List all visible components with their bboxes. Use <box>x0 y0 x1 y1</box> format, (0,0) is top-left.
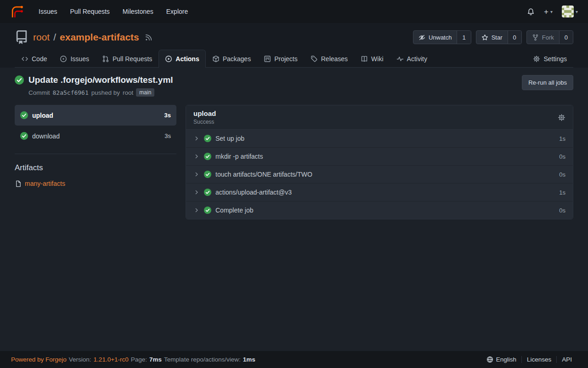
step-row-complete-job[interactable]: Complete job 0s <box>186 201 573 219</box>
step-duration: 0s <box>559 153 565 160</box>
check-circle-icon <box>20 111 28 119</box>
api-link[interactable]: API <box>556 356 577 363</box>
job-row-upload[interactable]: upload 3s <box>15 105 176 126</box>
check-circle-icon <box>20 132 28 140</box>
watch-button-group: Unwatch 1 <box>413 30 471 44</box>
step-row-set-up-job[interactable]: Set up job 1s <box>186 130 573 147</box>
rerun-all-jobs-button[interactable]: Re-run all jobs <box>522 75 573 90</box>
detail-job-name: upload <box>193 109 216 117</box>
breadcrumb-separator: / <box>53 32 56 43</box>
nav-issues[interactable]: Issues <box>32 4 63 19</box>
file-icon <box>15 180 22 187</box>
step-duration: 1s <box>559 189 565 196</box>
commit-word: Commit <box>28 89 50 96</box>
chevron-right-icon <box>193 135 200 142</box>
globe-icon <box>486 356 493 363</box>
fork-count[interactable]: 0 <box>559 31 573 44</box>
create-new-menu[interactable]: + ▾ <box>544 8 553 16</box>
artifact-link-many-artifacts[interactable]: many-artifacts <box>15 180 176 187</box>
main-content: Update .forgejo/workflows/test.yml Commi… <box>0 68 588 351</box>
fork-button[interactable]: Fork <box>527 31 559 44</box>
tab-label: Pull Requests <box>113 55 152 63</box>
tab-label: Settings <box>543 55 567 63</box>
tab-actions[interactable]: Actions <box>158 50 205 68</box>
artifact-name: many-artifacts <box>25 180 65 187</box>
nav-pull-requests[interactable]: Pull Requests <box>63 4 116 19</box>
tab-activity[interactable]: Activity <box>390 50 434 68</box>
job-name: download <box>32 132 60 140</box>
licenses-link[interactable]: Licenses <box>521 356 556 363</box>
gear-icon[interactable] <box>558 114 565 121</box>
language-selector[interactable]: English <box>481 356 521 363</box>
chevron-right-icon <box>193 189 200 196</box>
step-duration: 1s <box>559 135 565 142</box>
notifications-bell-icon[interactable] <box>527 8 535 16</box>
repo-header: root / example-artifacts Unwatch <box>0 23 588 68</box>
detail-job-status: Success <box>193 119 216 125</box>
tab-label: Code <box>32 55 47 63</box>
step-name: Complete job <box>215 207 254 214</box>
tab-pull-requests[interactable]: Pull Requests <box>96 50 158 68</box>
star-button[interactable]: Star <box>476 31 508 44</box>
powered-by-forgejo-link[interactable]: Powered by Forgejo <box>11 356 67 363</box>
tab-label: Actions <box>175 55 199 63</box>
step-row-mkdir[interactable]: mkdir -p artifacts 0s <box>186 147 573 165</box>
star-count[interactable]: 0 <box>508 31 521 44</box>
check-circle-icon <box>204 153 211 160</box>
step-name: mkdir -p artifacts <box>215 153 263 160</box>
tab-issues[interactable]: Issues <box>53 50 95 68</box>
tab-label: Packages <box>223 55 251 63</box>
footer: Powered by Forgejo Version: 1.21.0+1-rc0… <box>0 351 588 368</box>
tab-label: Releases <box>321 55 348 63</box>
commit-line: Commit 82a5cf6961 pushed by root main <box>28 88 173 97</box>
nav-explore[interactable]: Explore <box>160 4 194 19</box>
tab-projects[interactable]: Projects <box>257 50 304 68</box>
step-row-touch[interactable]: touch artifacts/ONE artifacts/TWO 0s <box>186 165 573 183</box>
tab-settings[interactable]: Settings <box>526 50 573 68</box>
template-label: Template repo/actions/view: <box>164 356 241 363</box>
check-circle-icon <box>204 189 211 196</box>
repo-owner-link[interactable]: root <box>33 32 50 43</box>
plus-icon: + <box>544 8 548 16</box>
run-title: Update .forgejo/workflows/test.yml <box>28 75 173 85</box>
chevron-right-icon <box>193 153 200 160</box>
nav-milestones[interactable]: Milestones <box>116 4 160 19</box>
branch-badge[interactable]: main <box>136 88 154 97</box>
page-label: Page: <box>131 356 147 363</box>
tab-label: Wiki <box>371 55 383 63</box>
star-label: Star <box>492 34 503 41</box>
job-duration: 3s <box>164 112 171 119</box>
check-circle-icon <box>204 135 211 142</box>
forgejo-logo[interactable] <box>10 5 24 18</box>
repo-tabs: Code Issues Pull Requests Actions Packag… <box>15 50 573 68</box>
repo-icon <box>15 30 28 44</box>
watch-count[interactable]: 1 <box>457 31 470 44</box>
job-row-download[interactable]: download 3s <box>15 126 176 146</box>
rss-icon[interactable] <box>145 34 153 41</box>
job-name: upload <box>32 112 53 119</box>
language-label: English <box>496 356 516 363</box>
tab-packages[interactable]: Packages <box>206 50 257 68</box>
version-label: Version: <box>69 356 91 363</box>
artifacts-heading: Artifacts <box>15 163 176 172</box>
tab-code[interactable]: Code <box>15 50 53 68</box>
step-duration: 0s <box>559 171 565 178</box>
step-row-upload-artifact[interactable]: actions/upload-artifact@v3 1s <box>186 183 573 201</box>
user-avatar <box>562 6 574 17</box>
commit-sha-link[interactable]: 82a5cf6961 <box>53 89 89 96</box>
fork-button-group: Fork 0 <box>526 30 573 44</box>
tab-releases[interactable]: Releases <box>304 50 354 68</box>
caret-down-icon: ▾ <box>550 9 553 14</box>
job-detail-panel: upload Success Set up job 1s <box>186 105 573 219</box>
tab-wiki[interactable]: Wiki <box>354 50 390 68</box>
pusher-link[interactable]: root <box>123 89 133 96</box>
version-link[interactable]: 1.21.0+1-rc0 <box>94 356 129 363</box>
job-duration: 3s <box>164 132 171 139</box>
user-menu[interactable]: ▾ <box>562 6 578 17</box>
unwatch-button[interactable]: Unwatch <box>413 31 457 44</box>
step-name: touch artifacts/ONE artifacts/TWO <box>215 171 312 178</box>
chevron-right-icon <box>193 207 200 213</box>
fork-label: Fork <box>542 34 554 41</box>
repo-name-link[interactable]: example-artifacts <box>60 32 139 43</box>
check-circle-icon <box>204 171 211 178</box>
